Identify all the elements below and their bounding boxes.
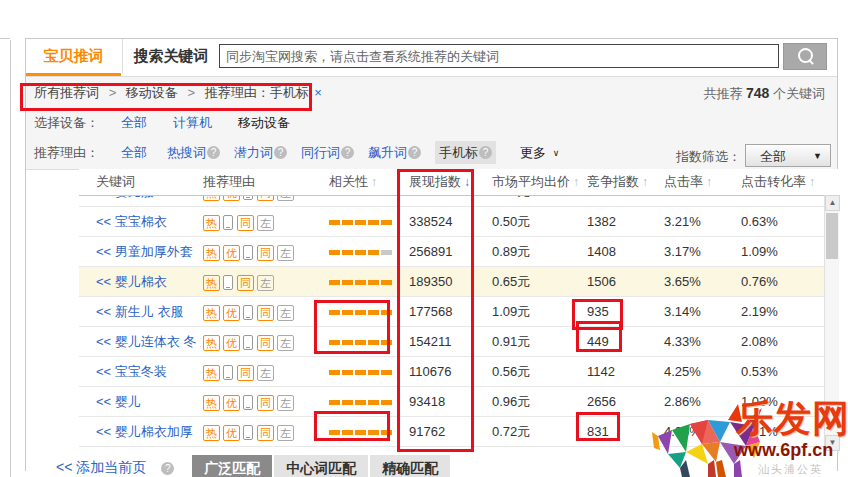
- match-button-广泛匹配[interactable]: 广泛匹配: [192, 455, 272, 477]
- table-row[interactable]: << 宝宝棉衣热同左3385240.50元13823.21%0.63%: [79, 207, 839, 237]
- competition-index-cell: 2656: [579, 387, 656, 416]
- ctr-cell: 4.06%: [656, 417, 731, 446]
- keyword-link[interactable]: << 婴儿: [96, 394, 141, 409]
- relevance-cell: [314, 207, 396, 236]
- reason-option-热搜词[interactable]: 热搜词?: [167, 145, 220, 160]
- keyword-cell: << 婴儿: [79, 387, 201, 416]
- relevance-bar: [329, 220, 340, 225]
- relevance-cell: [314, 327, 396, 356]
- reason-option-飙升词[interactable]: 飙升词?: [368, 145, 421, 160]
- table-row[interactable]: << 男童加厚外套热优同左2568910.89元14083.17%1.09%: [79, 237, 839, 267]
- sort-down-icon[interactable]: ↓: [464, 175, 470, 189]
- left-panel-edge: [10, 40, 11, 477]
- table-row[interactable]: << 婴儿连体衣 冬 加厚热优同左1542110.91元4494.33%2.08…: [79, 327, 839, 357]
- help-icon: ?: [341, 146, 354, 159]
- column-header-3[interactable]: 相关性↑: [314, 169, 396, 195]
- table-row[interactable]: << 婴儿热优同左934180.96元26562.86%1.03%: [79, 387, 839, 417]
- competition-index-cell: 831: [579, 417, 656, 446]
- relevance-bar: [329, 250, 340, 255]
- column-header-2[interactable]: 推荐理由: [201, 169, 314, 195]
- device-option-全部[interactable]: 全部: [121, 115, 147, 130]
- keyword-link[interactable]: << 婴儿棉衣: [96, 274, 167, 289]
- index-filter-label: 指数筛选：: [676, 149, 741, 164]
- table-header-row: 关键词推荐理由相关性↑展现指数↓市场平均出价↑竞争指数↑点击率↑点击转化率↑: [79, 169, 839, 196]
- breadcrumb-mobile-device[interactable]: 移动设备: [126, 85, 178, 100]
- keyword-link[interactable]: << 宝宝棉衣: [96, 214, 167, 229]
- table-scrollbar[interactable]: ▲ ▼: [824, 195, 839, 451]
- keyword-search-input[interactable]: [219, 44, 779, 68]
- reason-option-同行词[interactable]: 同行词?: [301, 145, 354, 160]
- help-icon: ?: [207, 146, 220, 159]
- ctr-cell: 4.25%: [656, 357, 731, 386]
- keyword-link[interactable]: << 婴儿服: [96, 196, 154, 199]
- scroll-down-icon[interactable]: ▼: [825, 435, 840, 451]
- keyword-cell: << 新生儿 衣服: [79, 297, 201, 326]
- add-current-page-link[interactable]: << 添加当前页: [56, 459, 146, 477]
- badge-hot-icon: 热: [203, 365, 220, 381]
- more-filters-button[interactable]: 更多 ∨: [520, 145, 559, 160]
- impression-index-cell: 189350: [396, 267, 479, 296]
- relevance-cell: [314, 237, 396, 266]
- keyword-link[interactable]: << 新生儿 衣服: [96, 304, 183, 319]
- keyword-link[interactable]: << 男童加厚外套: [96, 244, 193, 259]
- impression-index-cell: 177568: [396, 297, 479, 326]
- help-icon: ?: [274, 146, 287, 159]
- match-button-精确匹配[interactable]: 精确匹配: [370, 455, 450, 477]
- column-header-7[interactable]: 点击率↑: [656, 169, 731, 195]
- scrollbar-thumb[interactable]: [826, 213, 838, 259]
- column-header-1[interactable]: 关键词: [79, 169, 201, 195]
- reason-badges-cell: 热优同左: [201, 196, 314, 206]
- keyword-link[interactable]: << 婴儿棉衣加厚: [96, 424, 193, 439]
- table-rows: << 婴儿服热优同左3539741.15元13913.21%1.57%<< 宝宝…: [79, 196, 839, 453]
- column-header-5[interactable]: 市场平均出价↑: [479, 169, 579, 195]
- reason-option-潜力词[interactable]: 潜力词?: [234, 145, 287, 160]
- avg-bid-cell: 1.15元: [479, 196, 579, 206]
- breadcrumb-all-keywords[interactable]: 所有推荐词: [34, 85, 99, 100]
- column-header-4[interactable]: 展现指数↓: [396, 169, 479, 195]
- badge-left-icon: 左: [257, 275, 274, 291]
- badge-hot-icon: 热: [203, 215, 220, 231]
- relevance-bar: [381, 250, 392, 255]
- reason-option-手机标[interactable]: 手机标?: [435, 141, 496, 164]
- badge-hot-icon: 热: [203, 335, 220, 351]
- sort-up-icon[interactable]: ↑: [706, 175, 712, 189]
- column-header-8[interactable]: 点击转化率↑: [731, 169, 825, 195]
- relevance-bar: [368, 370, 379, 375]
- relevance-bar: [342, 280, 353, 285]
- badge-same-icon: 同: [237, 365, 254, 381]
- table-row[interactable]: << 宝宝冬装热同左1106760.56元11424.25%0.53%: [79, 357, 839, 387]
- reason-badges-cell: 热优同左: [201, 387, 314, 416]
- match-button-中心词匹配[interactable]: 中心词匹配: [274, 455, 368, 477]
- index-filter-dropdown[interactable]: 全部▼: [745, 144, 831, 167]
- reason-badges-cell: 热优同左: [201, 327, 314, 356]
- help-icon[interactable]: ?: [161, 462, 174, 475]
- column-header-6[interactable]: 竞争指数↑: [579, 169, 656, 195]
- keyword-link[interactable]: << 宝宝冬装: [96, 364, 167, 379]
- remove-filter-icon[interactable]: ×: [314, 85, 322, 100]
- sort-up-icon[interactable]: ↑: [371, 175, 377, 189]
- relevance-bar: [342, 220, 353, 225]
- impression-index-cell: 93418: [396, 387, 479, 416]
- chevron-down-icon: ∨: [553, 148, 560, 158]
- table-row[interactable]: << 婴儿棉衣加厚热优同左917620.72元8314.06%1.71%: [79, 417, 839, 447]
- avg-bid-cell: 0.72元: [479, 417, 579, 446]
- relevance-cell: [314, 297, 396, 326]
- badge-hot-icon: 热: [203, 425, 220, 441]
- reason-option-全部[interactable]: 全部: [121, 145, 147, 160]
- keyword-link[interactable]: << 婴儿连体衣 冬 加厚: [96, 334, 201, 349]
- tab-search-keywords[interactable]: 搜索关键词: [122, 39, 219, 73]
- table-row[interactable]: << 婴儿服热优同左3539741.15元13913.21%1.57%: [79, 196, 839, 207]
- device-option-计算机[interactable]: 计算机: [173, 115, 212, 130]
- table-row[interactable]: << 新生儿 衣服热优同左1775681.09元9353.14%2.19%: [79, 297, 839, 327]
- sort-up-icon[interactable]: ↑: [642, 175, 648, 189]
- sort-up-icon[interactable]: ↑: [809, 175, 815, 189]
- reason-filter-row: 推荐理由：全部热搜词?潜力词?同行词?飙升词?手机标?更多 ∨ 指数筛选：全部▼: [26, 136, 837, 169]
- scroll-up-icon[interactable]: ▲: [825, 195, 840, 211]
- badge-opt-icon: 优: [223, 395, 240, 411]
- tab-baobei-tuici[interactable]: 宝贝推词: [26, 39, 121, 76]
- relevance-bar: [368, 310, 379, 315]
- table-row[interactable]: << 婴儿棉衣热同左1893500.65元15063.65%0.76%: [79, 267, 839, 297]
- device-option-移动设备[interactable]: 移动设备: [238, 115, 290, 130]
- search-button[interactable]: [783, 43, 827, 70]
- keyword-cell: << 宝宝冬装: [79, 357, 201, 386]
